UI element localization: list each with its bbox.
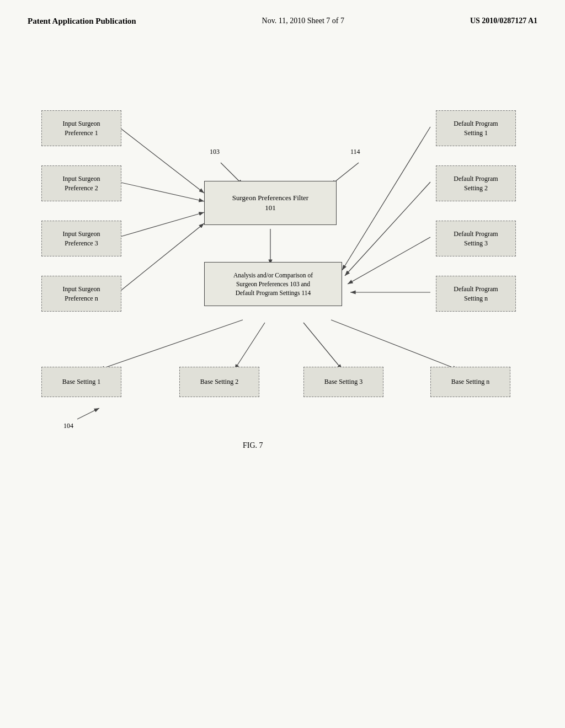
patent-number: US 2010/0287127 A1 — [470, 17, 537, 25]
svg-line-17 — [77, 408, 99, 419]
svg-line-11 — [99, 320, 243, 370]
publication-label: Patent Application Publication — [28, 17, 136, 26]
analysis-box: Analysis and/or Comparison of Surgeon Pr… — [204, 262, 342, 306]
input-pref-1-box: Input Surgeon Preference 1 — [41, 110, 121, 146]
svg-line-5 — [119, 223, 204, 292]
svg-line-14 — [331, 320, 458, 370]
svg-line-3 — [119, 182, 204, 201]
ref-103-label: 103 — [210, 148, 220, 156]
base-setting-2-box: Base Setting 2 — [179, 367, 259, 397]
ref-104-label: 104 — [63, 422, 73, 430]
svg-line-4 — [119, 212, 204, 237]
svg-line-13 — [303, 323, 342, 370]
base-setting-3-box: Base Setting 3 — [303, 367, 383, 397]
default-setting-n-box: Default Program Setting n — [436, 276, 516, 312]
surgeon-filter-box: Surgeon Preferences Filter 101 — [204, 181, 337, 225]
svg-line-9 — [348, 237, 430, 284]
input-pref-3-box: Input Surgeon Preference 3 — [41, 221, 121, 256]
default-setting-2-box: Default Program Setting 2 — [436, 165, 516, 201]
fig-label: FIG. 7 — [243, 441, 263, 450]
page-header: Patent Application Publication Nov. 11, … — [0, 0, 565, 26]
page: Patent Application Publication Nov. 11, … — [0, 0, 565, 728]
input-pref-2-box: Input Surgeon Preference 2 — [41, 165, 121, 201]
base-setting-1-box: Base Setting 1 — [41, 367, 121, 397]
input-pref-n-box: Input Surgeon Preference n — [41, 276, 121, 312]
svg-line-12 — [234, 323, 265, 370]
svg-line-8 — [345, 182, 430, 276]
svg-line-2 — [119, 127, 204, 193]
sheet-info: Nov. 11, 2010 Sheet 7 of 7 — [136, 17, 470, 25]
default-setting-3-box: Default Program Setting 3 — [436, 221, 516, 256]
base-setting-n-box: Base Setting n — [430, 367, 510, 397]
default-setting-1-box: Default Program Setting 1 — [436, 110, 516, 146]
ref-114-label: 114 — [350, 148, 360, 156]
